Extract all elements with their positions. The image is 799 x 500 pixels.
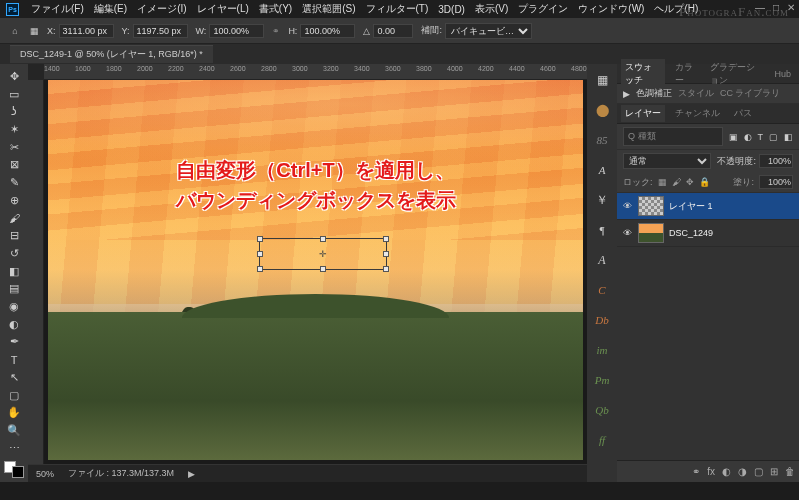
new-layer-icon[interactable]: ⊞	[770, 466, 778, 477]
fill-input[interactable]	[759, 175, 793, 189]
brush-tool[interactable]: 🖌	[3, 210, 25, 227]
filter-smart-icon[interactable]: ◧	[784, 132, 793, 142]
marquee-tool[interactable]: ▭	[3, 86, 25, 103]
menu-view[interactable]: 表示(V)	[475, 2, 508, 16]
filter-adj-icon[interactable]: ◐	[744, 132, 752, 142]
lock-trans-icon[interactable]: ▦	[658, 177, 667, 187]
handle-top-left[interactable]	[257, 236, 263, 242]
panel-glyph-85[interactable]: 85	[592, 130, 612, 150]
transform-bounding-box[interactable]: ✛	[259, 238, 387, 270]
eraser-tool[interactable]: ◧	[3, 263, 25, 280]
panel-glyph-ff[interactable]: ff	[592, 430, 612, 450]
filter-shape-icon[interactable]: ▢	[769, 132, 778, 142]
trash-icon[interactable]: 🗑	[785, 466, 795, 477]
opacity-input[interactable]	[759, 154, 793, 168]
zoom-tool[interactable]: 🔍	[3, 422, 25, 439]
play-icon[interactable]: ▶	[623, 89, 630, 99]
layer-thumb[interactable]	[638, 196, 664, 216]
adjustment-icon[interactable]: ◑	[738, 466, 747, 477]
transform-center-icon[interactable]: ✛	[319, 250, 327, 258]
blur-tool[interactable]: ◉	[3, 298, 25, 315]
frame-tool[interactable]: ⊠	[3, 157, 25, 174]
menu-type[interactable]: 書式(Y)	[259, 2, 292, 16]
tab-adjust[interactable]: 色調補正	[636, 87, 672, 100]
document-tab[interactable]: DSC_1249-1 @ 50% (レイヤー 1, RGB/16*) *	[10, 45, 213, 63]
panel-glyph-para[interactable]: ¶	[592, 220, 612, 240]
panel-icon-1[interactable]: ▦	[592, 70, 612, 90]
handle-top-mid[interactable]	[320, 236, 326, 242]
panel-icon-3[interactable]: ￥	[592, 190, 612, 210]
panel-glyph-db[interactable]: Db	[592, 310, 612, 330]
mask-icon[interactable]: ◐	[722, 466, 731, 477]
pen-tool[interactable]: ✒	[3, 334, 25, 351]
panel-glyph-qb[interactable]: Qb	[592, 400, 612, 420]
stamp-tool[interactable]: ⊟	[3, 227, 25, 244]
layer-filter[interactable]: Q 種類	[623, 127, 723, 146]
x-input[interactable]	[59, 24, 114, 38]
menu-file[interactable]: ファイル(F)	[31, 2, 84, 16]
type-tool[interactable]: T	[3, 351, 25, 368]
handle-bot-left[interactable]	[257, 266, 263, 272]
tab-cclib[interactable]: CC ライブラリ	[720, 87, 781, 100]
visibility-icon[interactable]: 👁	[621, 201, 633, 211]
home-icon[interactable]: ⌂	[8, 24, 22, 38]
menu-edit[interactable]: 編集(E)	[94, 2, 127, 16]
blend-mode-select[interactable]: 通常	[623, 153, 711, 169]
tab-layers[interactable]: レイヤー	[621, 105, 665, 122]
fx-icon[interactable]: fx	[707, 466, 715, 477]
w-input[interactable]	[209, 24, 264, 38]
menu-select[interactable]: 選択範囲(S)	[302, 2, 355, 16]
panel-glyph-im[interactable]: im	[592, 340, 612, 360]
layer-row[interactable]: 👁 レイヤー 1	[617, 193, 799, 220]
h-input[interactable]	[300, 24, 355, 38]
handle-bot-mid[interactable]	[320, 266, 326, 272]
link-layers-icon[interactable]: ⚭	[692, 466, 700, 477]
panel-glyph-a2[interactable]: A	[592, 250, 612, 270]
move-tool[interactable]: ✥	[3, 68, 25, 85]
visibility-icon[interactable]: 👁	[621, 228, 633, 238]
handle-mid-left[interactable]	[257, 251, 263, 257]
color-swatches[interactable]	[4, 461, 24, 478]
panel-icon-2[interactable]: ⬤	[592, 100, 612, 120]
history-brush-tool[interactable]: ↺	[3, 245, 25, 262]
handle-top-right[interactable]	[383, 236, 389, 242]
lock-all-icon[interactable]: 🔒	[699, 177, 710, 187]
interp-select[interactable]: バイキュービ…	[445, 23, 532, 39]
lasso-tool[interactable]: ʖ	[3, 103, 25, 120]
shape-tool[interactable]: ▢	[3, 387, 25, 404]
angle-input[interactable]	[373, 24, 413, 38]
crop-tool[interactable]: ✂	[3, 139, 25, 156]
layer-row[interactable]: 👁 DSC_1249	[617, 220, 799, 247]
eyedropper-tool[interactable]: ✎	[3, 174, 25, 191]
panel-glyph-c[interactable]: C	[592, 280, 612, 300]
zoom-level[interactable]: 50%	[36, 469, 54, 479]
heal-tool[interactable]: ⊕	[3, 192, 25, 209]
lock-paint-icon[interactable]: 🖌	[672, 177, 681, 187]
menu-image[interactable]: イメージ(I)	[137, 2, 186, 16]
gradient-tool[interactable]: ▤	[3, 280, 25, 297]
edit-toolbar[interactable]: ⋯	[3, 440, 25, 457]
menu-plugin[interactable]: プラグイン	[518, 2, 568, 16]
panel-glyph-pm[interactable]: Pm	[592, 370, 612, 390]
tab-hub[interactable]: Hub	[770, 67, 795, 81]
dodge-tool[interactable]: ◐	[3, 316, 25, 333]
menu-3d[interactable]: 3D(D)	[438, 4, 465, 15]
handle-mid-right[interactable]	[383, 251, 389, 257]
canvas[interactable]: 自由変形（Ctrl+T）を適用し、 バウンディングボックスを表示 ✛	[44, 80, 587, 464]
tab-style[interactable]: スタイル	[678, 87, 714, 100]
status-arrow-icon[interactable]: ▶	[188, 469, 195, 479]
path-tool[interactable]: ↖	[3, 369, 25, 386]
menu-layer[interactable]: レイヤー(L)	[197, 2, 249, 16]
filter-img-icon[interactable]: ▣	[729, 132, 738, 142]
transform-ref-icon[interactable]: ▦	[30, 26, 39, 36]
group-icon[interactable]: ▢	[754, 466, 763, 477]
layer-name[interactable]: レイヤー 1	[669, 200, 713, 213]
panel-glyph-a[interactable]: A	[592, 160, 612, 180]
filter-type-icon[interactable]: T	[758, 132, 764, 142]
tab-channels[interactable]: チャンネル	[671, 105, 724, 122]
menu-window[interactable]: ウィンドウ(W)	[578, 2, 644, 16]
lock-pos-icon[interactable]: ✥	[686, 177, 694, 187]
hand-tool[interactable]: ✋	[3, 404, 25, 421]
layer-thumb[interactable]	[638, 223, 664, 243]
layer-name[interactable]: DSC_1249	[669, 228, 713, 238]
